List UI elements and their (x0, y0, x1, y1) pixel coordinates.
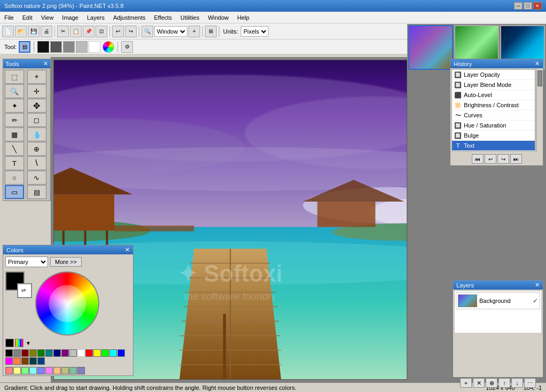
maximize-button[interactable]: □ (524, 2, 532, 10)
swatch-options-btn[interactable]: ▼ (26, 340, 31, 346)
history-close-btn[interactable]: ✕ (535, 60, 540, 67)
swatch-gradient[interactable] (15, 339, 23, 347)
palette-swatch-25[interactable] (45, 367, 53, 374)
layer-properties-btn[interactable]: ⋯ (524, 378, 536, 388)
tool-brush[interactable]: ╲ (5, 142, 24, 156)
palette-swatch-9[interactable] (77, 349, 85, 357)
grid-button[interactable]: ⊞ (205, 26, 217, 37)
color-white[interactable] (89, 41, 100, 53)
palette-swatch-3[interactable] (29, 349, 37, 357)
close-button[interactable]: ✕ (533, 2, 542, 10)
palette-swatch-13[interactable] (109, 349, 117, 357)
palette-swatch-0[interactable] (5, 349, 13, 357)
palette-swatch-15[interactable] (5, 357, 13, 365)
palette-swatch-6[interactable] (53, 349, 61, 357)
more-colors-button[interactable]: More >> (50, 257, 82, 267)
menu-adjustments[interactable]: Adjustments (109, 12, 150, 23)
layer-visible-icon[interactable]: ✓ (533, 297, 538, 305)
menu-image[interactable]: Image (58, 12, 83, 23)
palette-swatch-23[interactable] (29, 367, 37, 374)
menu-layers[interactable]: Layers (83, 12, 109, 23)
history-last-btn[interactable]: ⏭ (510, 154, 522, 164)
history-item-layer-opacity[interactable]: 🔲 Layer Opacity (452, 70, 535, 80)
palette-swatch-7[interactable] (61, 349, 69, 357)
history-back-btn[interactable]: ↩ (485, 154, 496, 164)
color-black[interactable] (37, 41, 49, 53)
copy-button[interactable]: 📋 (70, 26, 82, 37)
palette-swatch-17[interactable] (21, 357, 29, 365)
tool-move-pixels[interactable]: ✥ (27, 99, 46, 113)
add-layer-btn[interactable]: + (460, 378, 472, 388)
color-mid[interactable] (63, 41, 75, 53)
palette-swatch-8[interactable] (69, 349, 77, 357)
tool-magic-wand[interactable]: ✦ (5, 99, 24, 113)
tool-paint-bucket[interactable]: ▦ (5, 127, 24, 141)
current-tool-button[interactable]: ▤ (19, 41, 30, 53)
color-light[interactable] (76, 41, 88, 53)
tool-pencil[interactable]: ✏ (5, 113, 24, 127)
history-item-brightness-contrast[interactable]: 🔆 Brightness / Contrast (452, 100, 535, 110)
tool-eraser[interactable]: ◻ (27, 113, 46, 127)
cut-button[interactable]: ✂ (57, 26, 69, 37)
tool-select-lasso[interactable]: ⌖ (27, 70, 46, 84)
layer-background[interactable]: Background ✓ (456, 292, 540, 309)
window-select[interactable]: Window (154, 26, 187, 37)
history-item-hue-saturation[interactable]: 🔲 Hue / Saturation (452, 121, 535, 131)
save-button[interactable]: 💾 (28, 26, 39, 37)
palette-swatch-22[interactable] (21, 367, 29, 374)
history-scroll-thumb[interactable] (537, 70, 542, 86)
palette-swatch-5[interactable] (45, 349, 53, 357)
palette-swatch-27[interactable] (61, 367, 69, 374)
tool-rect-shape[interactable]: ▭ (5, 185, 24, 199)
redo-button[interactable]: ↪ (125, 26, 137, 37)
menu-help[interactable]: Help (233, 12, 254, 23)
menu-file[interactable]: File (0, 12, 18, 23)
preview-thumb-1[interactable] (408, 25, 453, 70)
palette-swatch-1[interactable] (13, 349, 21, 357)
color-dark[interactable] (50, 41, 62, 53)
history-first-btn[interactable]: ⏮ (472, 154, 484, 164)
palette-swatch-29[interactable] (77, 367, 85, 374)
tool-select-rect[interactable]: ⬚ (5, 70, 24, 84)
palette-swatch-14[interactable] (117, 349, 125, 357)
menu-view[interactable]: View (37, 12, 58, 23)
palette-swatch-16[interactable] (13, 357, 21, 365)
layers-close-btn[interactable]: ✕ (535, 282, 540, 289)
palette-swatch-21[interactable] (13, 367, 21, 374)
menu-effects[interactable]: Effects (150, 12, 176, 23)
open-button[interactable]: 📂 (15, 26, 27, 37)
history-item-auto-level[interactable]: ⬛ Auto-Level (452, 90, 535, 100)
crop-button[interactable]: ⊡ (96, 26, 107, 37)
units-select[interactable]: Pixels (241, 26, 268, 37)
duplicate-layer-btn[interactable]: ⊕ (486, 378, 497, 388)
history-item-curves[interactable]: 〜 Curves (452, 110, 535, 121)
color-mode-select[interactable]: Primary (5, 257, 48, 267)
palette-swatch-18[interactable] (29, 357, 37, 365)
zoom-out-button[interactable]: 🔍 (141, 26, 153, 37)
tool-clone-stamp[interactable]: ⊕ (27, 142, 46, 156)
paste-button[interactable]: 📌 (83, 26, 94, 37)
menu-edit[interactable]: Edit (18, 12, 37, 23)
palette-swatch-28[interactable] (69, 367, 77, 374)
tool-freeform[interactable]: ∿ (27, 171, 46, 185)
palette-swatch-12[interactable] (101, 349, 109, 357)
move-layer-up-btn[interactable]: ↑ (498, 378, 510, 388)
move-layer-down-btn[interactable]: ↓ (511, 378, 523, 388)
tool-extra-btn[interactable]: ⚙ (121, 41, 133, 53)
new-button[interactable]: 📄 (2, 26, 14, 37)
history-forward-btn[interactable]: ↪ (497, 154, 509, 164)
tool-gradient[interactable]: ▤ (27, 185, 46, 199)
undo-button[interactable]: ↩ (112, 26, 124, 37)
palette-swatch-2[interactable] (21, 349, 29, 357)
tools-close-btn[interactable]: ✕ (43, 60, 48, 67)
swatch-black[interactable] (5, 339, 14, 347)
history-scrollbar[interactable] (536, 69, 543, 151)
zoom-in-button[interactable]: + (188, 26, 200, 37)
tool-text[interactable]: T (5, 156, 24, 170)
tool-zoom[interactable]: 🔍 (5, 84, 24, 98)
swap-colors-icon[interactable]: ⇄ (21, 287, 26, 293)
tool-ellipse[interactable]: ○ (5, 171, 24, 185)
colors-close-btn[interactable]: ✕ (125, 246, 130, 253)
color-wheel[interactable] (35, 271, 99, 335)
palette-swatch-4[interactable] (37, 349, 45, 357)
